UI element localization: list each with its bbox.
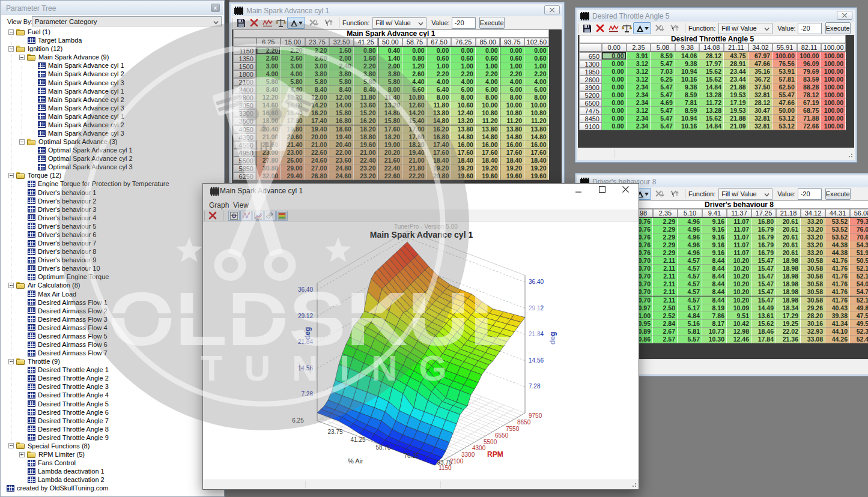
svg-text:58.75: 58.75 (375, 444, 390, 451)
svg-text:7550: 7550 (506, 426, 520, 432)
svg-text:6.25: 6.25 (292, 417, 304, 424)
svg-text:8650: 8650 (517, 419, 531, 426)
svg-text:14.56: 14.56 (529, 357, 544, 364)
svg-text:2100: 2100 (450, 458, 464, 465)
svg-text:1150: 1150 (439, 465, 452, 471)
svg-text:% Air: % Air (348, 457, 363, 465)
svg-text:76.25: 76.25 (404, 453, 419, 459)
svg-text:9750: 9750 (529, 412, 542, 419)
svg-text:7.28: 7.28 (302, 391, 314, 397)
svg-text:6550: 6550 (495, 432, 509, 439)
svg-text:3300: 3300 (461, 451, 475, 458)
svg-text:deg: deg (548, 332, 557, 345)
svg-text:36.40: 36.40 (298, 286, 313, 293)
svg-text:29.12: 29.12 (298, 313, 313, 319)
svg-text:21.84: 21.84 (529, 331, 544, 337)
svg-text:23.75: 23.75 (327, 429, 342, 435)
svg-text:5500: 5500 (484, 439, 497, 445)
svg-text:7.28: 7.28 (529, 383, 541, 390)
svg-text:29.12: 29.12 (529, 305, 544, 312)
svg-text:4300: 4300 (472, 445, 486, 451)
svg-text:RPM: RPM (487, 450, 503, 459)
svg-text:36.40: 36.40 (529, 279, 544, 285)
svg-text:41.25: 41.25 (350, 436, 365, 443)
svg-text:14.56: 14.56 (298, 365, 313, 372)
svg-text:deg: deg (303, 327, 312, 340)
